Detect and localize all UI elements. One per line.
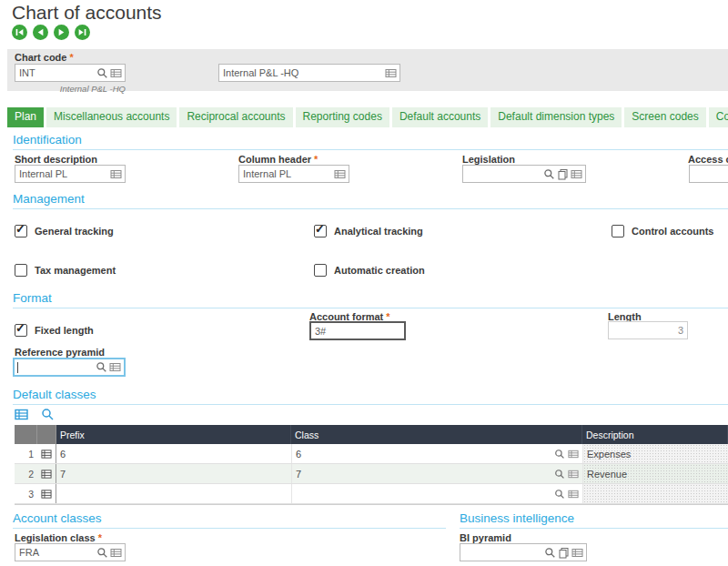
automatic-creation-checkbox[interactable] bbox=[314, 264, 327, 277]
tab-compatible-accounts[interactable]: Compatible accounts bbox=[709, 107, 728, 127]
tab-default-accounts[interactable]: Default accounts bbox=[392, 107, 488, 127]
analytical-tracking-label: Analytical tracking bbox=[334, 226, 423, 237]
tab-plan[interactable]: Plan bbox=[7, 107, 44, 127]
search-icon[interactable] bbox=[554, 469, 565, 480]
control-accounts-checkbox[interactable] bbox=[612, 225, 624, 238]
row-detail-cell[interactable] bbox=[37, 464, 56, 483]
account-classes-section-title: Account classes bbox=[13, 511, 102, 525]
search-icon[interactable] bbox=[96, 361, 107, 373]
grid-icon[interactable] bbox=[571, 168, 582, 180]
length-field bbox=[608, 321, 688, 339]
short-description-input[interactable] bbox=[18, 168, 108, 179]
search-icon[interactable] bbox=[543, 168, 555, 180]
grid-icon[interactable] bbox=[568, 489, 579, 500]
tab-default-dimension-types[interactable]: Default dimension types bbox=[490, 107, 622, 127]
legislation-class-input[interactable] bbox=[18, 547, 95, 558]
next-record-icon[interactable] bbox=[54, 25, 69, 40]
search-icon[interactable] bbox=[554, 489, 565, 500]
grid-icon[interactable] bbox=[568, 449, 579, 460]
class-cell[interactable]: 6 bbox=[291, 444, 582, 463]
grid-icon[interactable] bbox=[109, 361, 121, 373]
access-code-input[interactable] bbox=[693, 168, 728, 179]
row-number[interactable]: 3 bbox=[15, 484, 37, 503]
grid-icon[interactable] bbox=[568, 469, 579, 480]
section-divider bbox=[13, 528, 446, 529]
legislation-class-label: Legislation class bbox=[15, 532, 102, 543]
table-body: 1 6 6 Expenses 2 7 7 Revenue 3 bbox=[15, 444, 728, 504]
account-format-input[interactable] bbox=[314, 326, 401, 337]
legislation-field[interactable] bbox=[462, 165, 586, 183]
access-code-field[interactable] bbox=[689, 165, 728, 183]
grid-icon[interactable] bbox=[571, 547, 583, 559]
search-icon[interactable] bbox=[96, 547, 108, 559]
row-detail-cell[interactable] bbox=[37, 444, 56, 463]
access-code-label: Access code bbox=[688, 154, 728, 165]
grid-icon[interactable] bbox=[110, 67, 122, 79]
column-header-input[interactable] bbox=[242, 168, 332, 179]
section-divider bbox=[13, 149, 728, 150]
last-record-icon[interactable] bbox=[75, 25, 90, 40]
reference-pyramid-field[interactable] bbox=[13, 358, 126, 377]
row-number[interactable]: 1 bbox=[15, 444, 37, 463]
bi-pyramid-input[interactable] bbox=[463, 547, 542, 558]
copy-icon[interactable] bbox=[557, 168, 569, 180]
grid-icon[interactable] bbox=[41, 489, 52, 500]
fixed-length-checkbox[interactable] bbox=[15, 324, 27, 337]
analytical-tracking-checkbox[interactable] bbox=[314, 225, 327, 238]
grid-icon[interactable] bbox=[110, 168, 122, 180]
tab-reciprocal-accounts[interactable]: Reciprocal accounts bbox=[179, 107, 292, 127]
table-toolbar bbox=[15, 408, 55, 421]
prefix-cell[interactable] bbox=[56, 484, 291, 503]
class-cell[interactable]: 7 bbox=[291, 464, 582, 483]
short-description-label: Short description bbox=[15, 154, 97, 165]
short-description-field[interactable] bbox=[15, 165, 126, 183]
search-icon[interactable] bbox=[544, 547, 556, 559]
control-accounts-label: Control accounts bbox=[632, 226, 713, 237]
legislation-input[interactable] bbox=[466, 168, 541, 179]
column-header-class[interactable]: Class bbox=[291, 425, 582, 444]
class-value: 7 bbox=[296, 469, 301, 480]
management-section-title: Management bbox=[13, 192, 85, 206]
column-header-description[interactable]: Description bbox=[582, 425, 728, 444]
chart-name-input[interactable] bbox=[222, 67, 383, 78]
grid-icon[interactable] bbox=[385, 67, 397, 79]
class-value: 6 bbox=[296, 449, 301, 460]
account-format-field[interactable] bbox=[309, 321, 406, 340]
row-number-header bbox=[15, 425, 37, 444]
search-icon[interactable] bbox=[41, 408, 55, 421]
column-header-prefix[interactable]: Prefix bbox=[56, 425, 291, 444]
row-detail-cell[interactable] bbox=[37, 484, 56, 503]
grid-icon[interactable] bbox=[41, 469, 52, 480]
chart-of-accounts-page: { "page_title": "Chart of accounts", "he… bbox=[0, 0, 728, 566]
general-tracking-checkbox[interactable] bbox=[15, 225, 27, 238]
previous-record-icon[interactable] bbox=[33, 25, 48, 40]
grid-icon[interactable] bbox=[15, 408, 28, 421]
row-number[interactable]: 2 bbox=[15, 464, 37, 483]
tab-miscellaneous-accounts[interactable]: Miscellaneous accounts bbox=[46, 107, 177, 127]
description-cell: Expenses bbox=[582, 444, 728, 463]
chart-code-input[interactable] bbox=[18, 67, 95, 78]
column-header-field[interactable] bbox=[238, 165, 349, 183]
grid-icon[interactable] bbox=[41, 449, 52, 460]
grid-icon[interactable] bbox=[334, 168, 346, 180]
reference-pyramid-input[interactable] bbox=[20, 362, 94, 373]
section-divider bbox=[13, 308, 728, 308]
search-icon[interactable] bbox=[554, 449, 565, 460]
tax-management-checkbox[interactable] bbox=[15, 264, 27, 277]
prefix-cell[interactable]: 7 bbox=[56, 464, 291, 483]
fixed-length-label: Fixed length bbox=[35, 325, 94, 336]
prefix-cell[interactable]: 6 bbox=[56, 444, 291, 463]
legislation-class-field[interactable] bbox=[15, 543, 126, 561]
row-action-header bbox=[37, 425, 56, 444]
tab-screen-codes[interactable]: Screen codes bbox=[624, 107, 705, 127]
chart-code-field[interactable] bbox=[15, 64, 126, 82]
class-cell[interactable] bbox=[291, 484, 582, 503]
grid-icon[interactable] bbox=[110, 547, 122, 559]
chart-name-field[interactable] bbox=[218, 64, 400, 82]
chart-code-label: Chart code bbox=[15, 52, 74, 63]
first-record-icon[interactable] bbox=[12, 25, 27, 40]
search-icon[interactable] bbox=[96, 67, 108, 79]
tab-reporting-codes[interactable]: Reporting codes bbox=[296, 107, 389, 127]
bi-pyramid-field[interactable] bbox=[460, 543, 587, 561]
copy-icon[interactable] bbox=[558, 547, 570, 559]
